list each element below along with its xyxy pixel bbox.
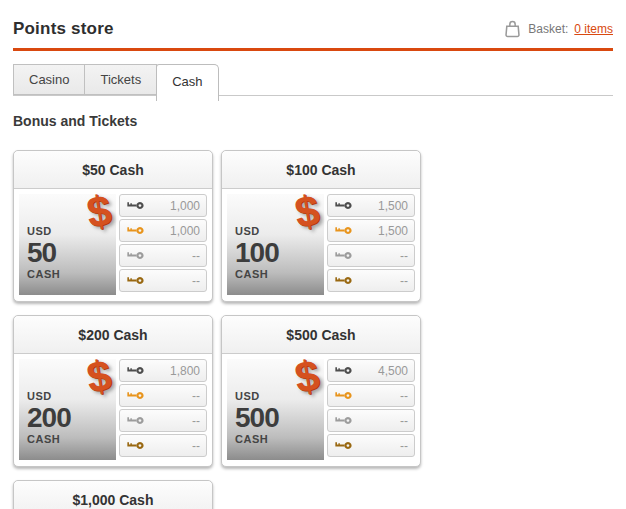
price-row: --: [327, 269, 415, 292]
product-image: $ USD 50 CASH: [19, 194, 116, 295]
price-value: 1,500: [378, 224, 408, 238]
product-body: $ USD 50 CASH 1,000 1,000 --: [14, 189, 212, 301]
product-unit: CASH: [27, 269, 60, 280]
bronze-key-icon: [126, 276, 144, 285]
tab-casino[interactable]: Casino: [13, 64, 85, 95]
price-value: 1,000: [170, 199, 200, 213]
product-unit: CASH: [27, 434, 71, 445]
price-row: 1,000: [119, 194, 207, 217]
product-title: $1,000 Cash: [14, 481, 212, 509]
product-title: $100 Cash: [222, 151, 420, 189]
price-row: --: [119, 434, 207, 457]
dollar-sign-icon: $: [292, 188, 322, 234]
product-unit: CASH: [235, 434, 279, 445]
bronze-key-icon: [334, 276, 352, 285]
dollar-sign-icon: $: [84, 353, 114, 399]
product-label: USD 100 CASH: [235, 226, 279, 280]
product-body: $ USD 500 CASH 4,500 -- --: [222, 354, 420, 466]
product-image: $ USD 200 CASH: [19, 359, 116, 460]
price-value: 1,500: [378, 199, 408, 213]
product-label: USD 200 CASH: [27, 391, 71, 445]
price-value: --: [400, 274, 408, 288]
price-row: --: [119, 409, 207, 432]
product-card[interactable]: $100 Cash $ USD 100 CASH 1,500 1,500: [221, 150, 421, 302]
black-key-icon: [126, 201, 144, 210]
product-unit: CASH: [235, 269, 279, 280]
tab-cash[interactable]: Cash: [156, 64, 218, 101]
price-row: 4,500: [327, 359, 415, 382]
product-card[interactable]: $1,000 Cash $ USD 1000 CASH 9,000 --: [13, 480, 213, 509]
black-key-icon: [334, 201, 352, 210]
header-divider: [13, 48, 613, 51]
black-key-icon: [126, 366, 144, 375]
silver-key-icon: [126, 416, 144, 425]
silver-key-icon: [334, 251, 352, 260]
price-value: 1,800: [170, 364, 200, 378]
product-amount: 200: [27, 404, 71, 432]
price-value: --: [400, 439, 408, 453]
black-key-icon: [334, 366, 352, 375]
product-amount: 500: [235, 404, 279, 432]
product-card[interactable]: $500 Cash $ USD 500 CASH 4,500 --: [221, 315, 421, 467]
price-list: 4,500 -- -- --: [327, 359, 415, 460]
product-body: $ USD 100 CASH 1,500 1,500 --: [222, 189, 420, 301]
price-value: --: [192, 414, 200, 428]
product-currency: USD: [27, 391, 71, 402]
price-row: --: [119, 384, 207, 407]
price-row: 1,800: [119, 359, 207, 382]
product-amount: 50: [27, 239, 60, 267]
price-list: 1,500 1,500 -- --: [327, 194, 415, 295]
dollar-sign-icon: $: [84, 188, 114, 234]
product-card[interactable]: $50 Cash $ USD 50 CASH 1,000 1,000: [13, 150, 213, 302]
page-header: Points store Basket: 0 items: [13, 19, 613, 39]
price-row: --: [119, 244, 207, 267]
tabs: CasinoTicketsCash: [13, 64, 613, 96]
bronze-key-icon: [126, 441, 144, 450]
price-value: 1,000: [170, 224, 200, 238]
price-list: 1,800 -- -- --: [119, 359, 207, 460]
product-currency: USD: [27, 226, 60, 237]
product-label: USD 500 CASH: [235, 391, 279, 445]
price-row: 1,500: [327, 194, 415, 217]
price-value: --: [192, 274, 200, 288]
product-currency: USD: [235, 226, 279, 237]
price-row: --: [327, 434, 415, 457]
basket: Basket: 0 items: [503, 19, 613, 39]
price-value: --: [192, 439, 200, 453]
points-store-page: Points store Basket: 0 items CasinoTicke…: [0, 0, 626, 509]
product-currency: USD: [235, 391, 279, 402]
product-title: $200 Cash: [14, 316, 212, 354]
price-row: --: [327, 244, 415, 267]
price-row: --: [327, 409, 415, 432]
gold-key-icon: [126, 226, 144, 235]
price-value: --: [400, 389, 408, 403]
product-card[interactable]: $200 Cash $ USD 200 CASH 1,800 --: [13, 315, 213, 467]
price-row: --: [327, 384, 415, 407]
price-value: --: [400, 249, 408, 263]
price-row: --: [119, 269, 207, 292]
bronze-key-icon: [334, 441, 352, 450]
basket-icon: [503, 19, 522, 39]
section-heading: Bonus and Tickets: [13, 113, 613, 129]
page-title: Points store: [13, 19, 114, 39]
price-value: --: [192, 249, 200, 263]
tab-tickets[interactable]: Tickets: [84, 64, 157, 95]
product-body: $ USD 200 CASH 1,800 -- --: [14, 354, 212, 466]
silver-key-icon: [334, 416, 352, 425]
product-title: $500 Cash: [222, 316, 420, 354]
basket-label: Basket:: [528, 22, 568, 36]
product-image: $ USD 500 CASH: [227, 359, 324, 460]
basket-items-link[interactable]: 0 items: [574, 22, 613, 36]
gold-key-icon: [126, 391, 144, 400]
product-image: $ USD 100 CASH: [227, 194, 324, 295]
gold-key-icon: [334, 226, 352, 235]
price-row: 1,000: [119, 219, 207, 242]
gold-key-icon: [334, 391, 352, 400]
silver-key-icon: [126, 251, 144, 260]
dollar-sign-icon: $: [292, 353, 322, 399]
product-amount: 100: [235, 239, 279, 267]
price-value: --: [400, 414, 408, 428]
price-row: 1,500: [327, 219, 415, 242]
product-grid: $50 Cash $ USD 50 CASH 1,000 1,000: [13, 150, 621, 509]
price-list: 1,000 1,000 -- --: [119, 194, 207, 295]
